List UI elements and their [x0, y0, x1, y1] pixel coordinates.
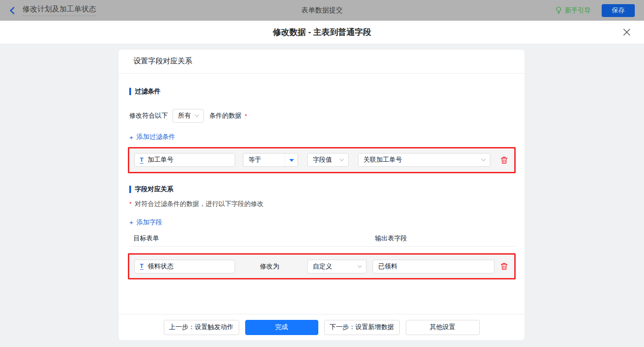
chevron-left-icon	[9, 6, 15, 15]
text-field-icon: T	[140, 263, 144, 270]
card-footer: 上一步：设置触发动作 完成 下一步：设置新增数据 其他设置	[119, 314, 524, 340]
page-title: 表单数据提交	[301, 6, 343, 15]
header-divider	[129, 246, 516, 247]
operator-value: 等于	[243, 156, 285, 164]
operator-select[interactable]: 等于	[243, 153, 298, 167]
mapping-column-headers: 目标表单 输出表字段	[129, 234, 516, 242]
filter-condition-row: T 加工单号 等于 字段值 关联加工单号	[128, 147, 516, 173]
value-field-select[interactable]: 关联加工单号	[358, 153, 490, 167]
mapping-section-title: 字段对应关系	[129, 185, 516, 193]
chevron-down-icon	[339, 159, 344, 161]
value-type-select[interactable]: 字段值	[307, 153, 349, 167]
mapping-description: 对符合过滤条件的数据，进行以下字段的修改	[135, 200, 264, 208]
chevron-down-icon	[195, 114, 199, 117]
next-step-button[interactable]: 下一步：设置新增数据	[324, 320, 400, 335]
value-type-value: 字段值	[308, 156, 339, 164]
modify-to-label: 修改为	[260, 262, 279, 271]
match-mode-value: 所有	[173, 112, 195, 120]
caret-down-icon[interactable]	[285, 154, 298, 166]
output-field-header: 输出表字段	[375, 234, 407, 243]
card-title: 设置字段对应关系	[119, 50, 524, 74]
card-body: 过滤条件 修改符合以下 所有 条件的数据 * + 添加过滤条件	[119, 74, 524, 314]
chevron-down-icon	[481, 159, 486, 161]
close-icon	[623, 28, 631, 36]
settings-card: 设置字段对应关系 过滤条件 修改符合以下 所有 条件的数据 * +	[119, 50, 524, 340]
value-field-value: 关联加工单号	[358, 156, 481, 164]
delete-mapping-button[interactable]	[500, 262, 509, 271]
chevron-down-icon	[357, 265, 362, 268]
mapping-description-row: * 对符合过滤条件的数据，进行以下字段的修改	[129, 200, 516, 208]
text-field-icon: T	[140, 157, 144, 164]
section-accent-bar	[129, 186, 131, 193]
value-source-select[interactable]: 自定义	[307, 260, 367, 273]
previous-step-button[interactable]: 上一步：设置触发动作	[164, 320, 239, 335]
required-asterisk: *	[245, 113, 247, 119]
filter-field-value: 加工单号	[148, 156, 173, 164]
back-button[interactable]: 修改计划及加工单状态	[9, 5, 96, 16]
trash-icon	[500, 156, 508, 164]
target-form-header: 目标表单	[133, 234, 159, 243]
save-button[interactable]: 保存	[602, 4, 635, 17]
section-accent-bar	[129, 88, 131, 95]
automation-name[interactable]: 修改计划及加工单状态	[23, 5, 96, 16]
field-mapping-row: T 领料状态 修改为 自定义	[128, 253, 516, 279]
add-field-label: 添加字段	[137, 218, 162, 227]
filter-section-label: 过滤条件	[135, 87, 161, 96]
plus-icon: +	[129, 219, 133, 226]
custom-value-input[interactable]	[373, 260, 494, 273]
beginner-guide-label: 新手引导	[565, 6, 591, 15]
modal-title: 修改数据 - 主表到普通字段	[273, 27, 371, 38]
topbar-actions: 新手引导 保存	[555, 4, 635, 17]
trash-icon	[500, 262, 508, 270]
required-asterisk: *	[129, 200, 132, 207]
match-rule-row: 修改符合以下 所有 条件的数据 *	[129, 109, 516, 123]
add-filter-condition-link[interactable]: + 添加过滤条件	[129, 133, 175, 141]
other-settings-button[interactable]: 其他设置	[406, 320, 480, 335]
value-source-value: 自定义	[308, 262, 357, 271]
target-field-input[interactable]: T 领料状态	[134, 260, 235, 273]
add-field-link[interactable]: + 添加字段	[129, 218, 162, 227]
modal-header: 修改数据 - 主表到普通字段	[0, 21, 644, 44]
beginner-guide-link[interactable]: 新手引导	[555, 6, 591, 15]
modal-body: 设置字段对应关系 过滤条件 修改符合以下 所有 条件的数据 * +	[0, 44, 644, 347]
target-field-value: 领料状态	[148, 262, 173, 271]
top-bar: 修改计划及加工单状态 表单数据提交 新手引导 保存	[0, 0, 644, 21]
done-button[interactable]: 完成	[245, 320, 318, 335]
match-suffix-label: 条件的数据	[209, 112, 242, 120]
filter-field-input[interactable]: T 加工单号	[134, 153, 235, 167]
add-filter-condition-label: 添加过滤条件	[137, 133, 175, 141]
plus-icon: +	[129, 134, 133, 141]
filter-section-title: 过滤条件	[129, 87, 516, 96]
match-prefix-label: 修改符合以下	[129, 112, 168, 120]
lightbulb-icon	[555, 6, 562, 14]
mapping-section-label: 字段对应关系	[135, 185, 173, 193]
delete-condition-button[interactable]	[500, 155, 509, 165]
match-mode-select[interactable]: 所有	[172, 109, 204, 123]
close-button[interactable]	[621, 27, 632, 38]
